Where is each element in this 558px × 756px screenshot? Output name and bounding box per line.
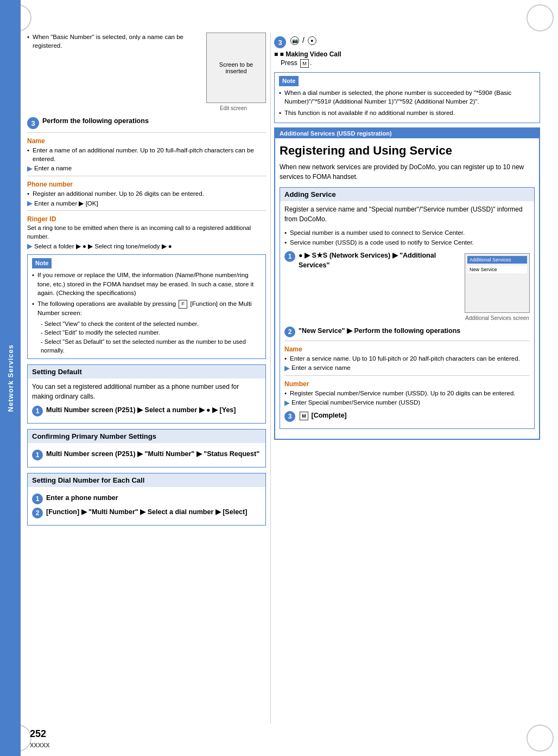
confirming-primary-title: Confirming Primary Number Settings bbox=[28, 430, 265, 443]
screen-item: New Service bbox=[467, 266, 527, 273]
adding-service-step2-row: 2 "New Service" ▶ Perform the following … bbox=[284, 326, 530, 337]
adding-step3-num: 3 bbox=[284, 411, 295, 422]
phone-label: Phone number bbox=[27, 181, 266, 188]
note-box-header: Note bbox=[32, 258, 52, 268]
adding-service-body: Register a service name and "Special num… bbox=[280, 201, 534, 428]
ussd-intro: When new network services are provided b… bbox=[280, 162, 535, 182]
step3-heading: Perform the following operations bbox=[42, 117, 149, 126]
setting-default-intro: You can set a registered additional numb… bbox=[32, 382, 261, 401]
setting-dial-step2-row: 2 [Function] ▶ "Multi Number" ▶ Select a… bbox=[32, 508, 261, 518]
camera-icon: 📷 bbox=[290, 36, 299, 45]
adding-service-step1-row: 1 ● ▶ S★S (Network Services) ▶ "Addition… bbox=[284, 251, 459, 270]
making-video-call: ■ ■ Making Video Call Press M. bbox=[274, 50, 540, 68]
adding-service-intro: Register a service name and "Special num… bbox=[284, 204, 530, 224]
step1-num: 1 bbox=[32, 406, 43, 417]
phone-bullet: • Register an additional number. Up to 2… bbox=[27, 189, 266, 198]
big-heading: Registering and Using Service bbox=[280, 144, 535, 158]
adding-name-arrow: ▶ Enter a service name bbox=[284, 364, 530, 372]
adding-number-bullet: • Register Special number/Service number… bbox=[284, 389, 530, 398]
additional-services-screen: Additional Services New Service bbox=[465, 253, 530, 313]
setting-dial-step1: Enter a phone number bbox=[46, 494, 118, 503]
adding-service-bullet-1: • Special number is a number used to con… bbox=[284, 228, 530, 237]
note-sub-bullets: - Select "View" to check the content of … bbox=[41, 319, 261, 355]
name-label: Name bbox=[27, 137, 266, 145]
setting-dial-title: Setting Dial Number for Each Call bbox=[28, 473, 265, 487]
adding-service-box: Adding Service Register a service name a… bbox=[280, 187, 535, 429]
step3-number: 3 bbox=[27, 117, 39, 129]
right-step3-row: 3 📷 / ● bbox=[274, 36, 540, 48]
adding-step3-text: M [Complete] bbox=[299, 411, 347, 421]
function-icon: F bbox=[179, 300, 187, 309]
note-sub-2: - Select "Edit" to modify the selected n… bbox=[41, 328, 261, 337]
intro-bullet: • When "Basic Number" is selected, only … bbox=[27, 33, 195, 50]
ussd-section: Additional Services (USSD registration) … bbox=[274, 127, 540, 440]
adding-service-bullet-2: • Service number (USSD) is a code used t… bbox=[284, 238, 530, 247]
adding-divider2 bbox=[284, 375, 530, 376]
screen-box-container: Screen to be inserted Edit screen bbox=[201, 33, 266, 111]
confirming-primary-box: Confirming Primary Number Settings 1 Mul… bbox=[27, 429, 266, 467]
setting-default-step1-row: 1 Multi Number screen (P251) ▶ Select a … bbox=[32, 406, 261, 417]
adding-service-step3-row: 3 M [Complete] bbox=[284, 411, 530, 422]
adding-divider1 bbox=[284, 341, 530, 341]
complete-icon: M bbox=[300, 412, 308, 420]
adding-name-bullet: • Enter a service name. Up to 10 full-pi… bbox=[284, 354, 530, 363]
adding-name-label: Name bbox=[284, 345, 530, 353]
note-sub-1: - Select "View" to check the content of … bbox=[41, 319, 261, 329]
circle-icon: ● bbox=[308, 36, 316, 45]
ussd-label: Additional Services (USSD registration) bbox=[275, 129, 539, 138]
adding-step1-num: 1 bbox=[284, 251, 295, 262]
ringer-arrow: ▶ Select a folder ▶ ● ▶ Select ring tone… bbox=[27, 242, 266, 250]
corner-decoration-br bbox=[527, 725, 554, 752]
bullet-dot: • bbox=[27, 33, 29, 50]
setting-dial-body: 1 Enter a phone number 2 [Function] ▶ "M… bbox=[28, 487, 265, 525]
left-column: Screen to be inserted Edit screen • When… bbox=[27, 33, 266, 531]
step1-num-dial: 1 bbox=[32, 494, 43, 504]
setting-default-box: Setting Default You can set a registered… bbox=[27, 364, 266, 424]
xxxxx-label: XXXXX bbox=[30, 742, 50, 748]
screen-box: Screen to be inserted bbox=[206, 33, 266, 103]
step1-num-confirm: 1 bbox=[32, 450, 43, 460]
right-note-bullet-2: • This function is not available if no a… bbox=[279, 108, 535, 117]
setting-dial-step2: [Function] ▶ "Multi Number" ▶ Select a d… bbox=[46, 508, 247, 517]
making-video-call-label: ■ ■ Making Video Call bbox=[274, 50, 540, 58]
corner-decoration-tr bbox=[527, 4, 554, 31]
ringer-label: Ringer ID bbox=[27, 215, 266, 223]
adding-step2-num: 2 bbox=[284, 326, 295, 337]
additional-services-screen-label: Additional Services screen bbox=[465, 315, 530, 321]
step2-num-dial: 2 bbox=[32, 508, 43, 518]
page-number: 252 bbox=[30, 728, 46, 740]
additional-services-screen-container: Additional Services New Service Addition… bbox=[465, 251, 530, 321]
divider1 bbox=[27, 132, 266, 133]
divider3 bbox=[27, 210, 266, 211]
name-arrow: ▶ Enter a name bbox=[27, 165, 266, 172]
adding-service-title: Adding Service bbox=[280, 188, 534, 201]
sidebar: Network Services bbox=[0, 0, 21, 756]
sidebar-label: Network Services bbox=[7, 344, 15, 412]
adding-service-step1-container: Additional Services New Service Addition… bbox=[284, 251, 530, 321]
setting-default-title: Setting Default bbox=[28, 365, 265, 379]
setting-default-step1: Multi Number screen (P251) ▶ Select a nu… bbox=[46, 406, 236, 415]
setting-dial-box: Setting Dial Number for Each Call 1 Ente… bbox=[27, 473, 266, 526]
confirming-primary-step1: Multi Number screen (P251) ▶ "Multi Numb… bbox=[46, 450, 259, 459]
note-bullet-2: • The following operations are available… bbox=[32, 299, 261, 317]
ringer-text: Set a ring tone to be emitted when there… bbox=[27, 224, 266, 241]
edit-screen-label: Edit screen bbox=[220, 105, 247, 111]
making-video-call-text: Press M. bbox=[274, 59, 540, 68]
setting-default-body: You can set a registered additional numb… bbox=[28, 379, 265, 423]
phone-arrow: ▶ Enter a number ▶ [OK] bbox=[27, 200, 266, 207]
name-bullet: • Enter a name of an additional number. … bbox=[27, 146, 266, 163]
note-box: Note • If you remove or replace the UIM,… bbox=[27, 254, 266, 359]
setting-dial-step1-row: 1 Enter a phone number bbox=[32, 494, 261, 504]
note-bullet-1: • If you remove or replace the UIM, the … bbox=[32, 271, 261, 297]
right-note-bullet-1: • When a dial number is selected, the ph… bbox=[279, 88, 535, 106]
screen-label: Screen to be inserted bbox=[210, 61, 262, 74]
right-note-box: Note • When a dial number is selected, t… bbox=[274, 72, 540, 123]
adding-step1-text: ● ▶ S★S (Network Services) ▶ "Additional… bbox=[299, 251, 459, 270]
note-sub-3: - Select "Set as Default" to set the sel… bbox=[41, 337, 261, 355]
column-divider bbox=[270, 33, 271, 723]
step3-icons: 📷 / ● bbox=[289, 36, 318, 45]
adding-step2-text: "New Service" ▶ Perform the following op… bbox=[299, 326, 460, 336]
confirming-primary-step1-row: 1 Multi Number screen (P251) ▶ "Multi Nu… bbox=[32, 450, 261, 460]
ussd-body: Registering and Using Service When new n… bbox=[275, 139, 539, 439]
right-step3-num: 3 bbox=[274, 36, 286, 48]
